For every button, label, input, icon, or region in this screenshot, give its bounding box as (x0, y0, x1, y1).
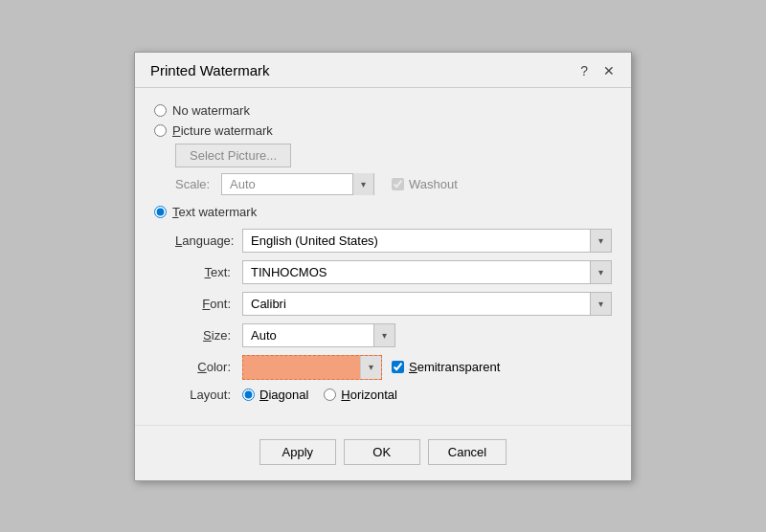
picture-watermark-row: Picture watermark (154, 123, 612, 138)
semitransparent-label[interactable]: Semitransparent (409, 360, 500, 374)
font-value: Calibri (251, 297, 286, 311)
color-swatch (251, 359, 356, 376)
diagonal-label: Diagonal (259, 388, 308, 402)
language-value: English (United States) (251, 233, 378, 248)
horizontal-label: Horizontal (341, 388, 397, 402)
color-picker[interactable]: ▾ (242, 355, 382, 380)
picture-row: Select Picture... (175, 144, 612, 167)
washout-checkbox (392, 178, 404, 190)
color-row: ▾ Semitransparent (242, 355, 612, 380)
picture-watermark-label[interactable]: Picture watermark (172, 123, 273, 138)
size-value: Auto (251, 328, 277, 343)
horizontal-option[interactable]: Horizontal (324, 388, 397, 402)
text-value: TINHOCMOS (251, 265, 327, 279)
size-label: Size: (175, 328, 242, 343)
washout-label: Washout (409, 177, 458, 191)
title-bar-right: ? ✕ (575, 62, 620, 79)
diagonal-radio[interactable] (242, 388, 255, 401)
layout-row: Diagonal Horizontal (242, 388, 612, 402)
scale-arrow-icon: ▾ (352, 173, 373, 195)
color-label: Color: (175, 360, 242, 374)
text-watermark-radio[interactable] (154, 206, 167, 218)
language-label: Language: (175, 233, 242, 248)
select-picture-button: Select Picture... (175, 144, 291, 167)
washout-section: Washout (392, 177, 458, 191)
font-dropdown[interactable]: Calibri ▾ (242, 292, 612, 316)
text-dropdown[interactable]: TINHOCMOS ▾ (242, 260, 612, 284)
text-arrow-icon: ▾ (590, 261, 611, 283)
scale-dropdown: Auto ▾ (221, 173, 374, 195)
dialog-content: No watermark Picture watermark Select Pi… (135, 88, 631, 413)
text-watermark-section: Text watermark Language: English (United… (154, 205, 612, 402)
scale-row: Scale: Auto ▾ Washout (175, 173, 612, 195)
picture-watermark-radio[interactable] (154, 124, 167, 137)
title-bar: Printed Watermark ? ✕ (135, 53, 631, 88)
printed-watermark-dialog: Printed Watermark ? ✕ No watermark Pictu… (134, 52, 632, 481)
text-label: Text: (175, 265, 242, 279)
button-row: Apply OK Cancel (135, 425, 631, 480)
ok-button[interactable]: OK (344, 439, 420, 465)
text-watermark-fields: Language: English (United States) ▾ Text… (175, 229, 612, 402)
color-arrow-icon: ▾ (360, 356, 381, 379)
semitransparent-row: Semitransparent (392, 360, 500, 374)
apply-button[interactable]: Apply (259, 439, 336, 465)
font-arrow-icon: ▾ (590, 293, 611, 315)
no-watermark-label[interactable]: No watermark (172, 103, 250, 118)
picture-section: Select Picture... Scale: Auto ▾ Washout (175, 144, 612, 195)
layout-label: Layout: (175, 388, 242, 402)
dialog-title: Printed Watermark (150, 62, 269, 78)
size-row: Auto ▾ (242, 323, 612, 347)
no-watermark-radio[interactable] (154, 104, 167, 117)
size-arrow-icon: ▾ (373, 324, 394, 346)
size-dropdown[interactable]: Auto ▾ (242, 323, 395, 347)
no-watermark-row: No watermark (154, 103, 612, 118)
help-button[interactable]: ? (575, 62, 593, 79)
scale-value: Auto (230, 177, 256, 191)
diagonal-option[interactable]: Diagonal (242, 388, 308, 402)
close-button[interactable]: ✕ (598, 62, 620, 79)
text-watermark-label[interactable]: Text watermark (172, 205, 257, 219)
title-bar-left: Printed Watermark (150, 62, 269, 78)
semitransparent-checkbox[interactable] (392, 361, 404, 373)
cancel-button[interactable]: Cancel (428, 439, 507, 465)
language-dropdown[interactable]: English (United States) ▾ (242, 229, 612, 253)
language-arrow-icon: ▾ (590, 230, 611, 252)
font-label: Font: (175, 297, 242, 311)
scale-label: Scale: (175, 177, 214, 191)
text-watermark-header: Text watermark (154, 205, 612, 219)
horizontal-radio[interactable] (324, 388, 336, 401)
